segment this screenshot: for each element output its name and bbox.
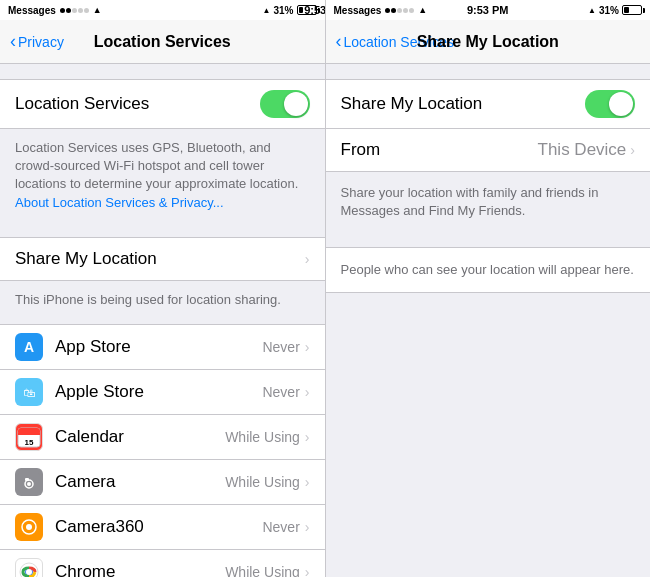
app-row-chevron-icon: ›	[305, 429, 310, 445]
people-text: People who can see your location will ap…	[341, 262, 634, 277]
app-row[interactable]: AApp StoreNever›	[0, 325, 325, 370]
app-name: Camera	[55, 472, 225, 492]
right-signal-dot-3	[397, 8, 402, 13]
share-description: Share your location with family and frie…	[326, 172, 651, 232]
right-wifi-icon: ▲	[418, 5, 427, 15]
left-battery-pct: 31%	[273, 5, 293, 16]
right-signal-dot-1	[385, 8, 390, 13]
signal-dot-3	[72, 8, 77, 13]
share-my-location-right: ›	[305, 251, 310, 267]
iphone-note: This iPhone is being used for location s…	[0, 281, 325, 309]
app-row-chevron-icon: ›	[305, 384, 310, 400]
right-status-bar: Messages ▲ 9:53 PM ▲ 31%	[325, 0, 651, 20]
app-row-chevron-icon: ›	[305, 339, 310, 355]
signal-dot-5	[84, 8, 89, 13]
svg-point-17	[26, 569, 32, 575]
share-label: Share My Location	[341, 94, 483, 114]
iphone-note-text: This iPhone is being used for location s…	[15, 292, 281, 307]
left-nav-back[interactable]: ‹ Privacy	[10, 31, 64, 52]
right-back-chevron-icon: ‹	[336, 31, 342, 52]
right-panel: ‹ Location Services Share My Location Sh…	[326, 20, 651, 577]
svg-point-11	[27, 482, 31, 486]
app-row[interactable]: CameraWhile Using›	[0, 460, 325, 505]
app-icon-camera	[15, 468, 43, 496]
left-wifi-icon: ▲	[93, 5, 102, 15]
right-carrier: Messages	[334, 5, 382, 16]
left-signal	[60, 8, 89, 13]
app-status: While Using	[225, 429, 300, 445]
location-services-label: Location Services	[15, 94, 149, 114]
app-icon-calendar: 15	[15, 423, 43, 451]
right-battery	[622, 5, 642, 15]
left-battery-fill	[299, 7, 304, 13]
app-icon-appstore: A	[15, 333, 43, 361]
app-icon-chrome	[15, 558, 43, 577]
left-back-chevron-icon: ‹	[10, 31, 16, 52]
right-nav-title: Share My Location	[417, 33, 559, 51]
left-carrier: Messages	[8, 5, 56, 16]
svg-point-14	[26, 524, 32, 530]
location-description: Location Services uses GPS, Bluetooth, a…	[0, 129, 325, 222]
left-battery	[297, 5, 317, 15]
share-toggle-row: Share My Location	[326, 79, 651, 129]
from-value-text: This Device	[538, 140, 627, 160]
app-icon-camera360	[15, 513, 43, 541]
svg-text:15: 15	[25, 438, 34, 447]
right-signal-dot-4	[403, 8, 408, 13]
toggle-knob	[284, 92, 308, 116]
description-text: Location Services uses GPS, Bluetooth, a…	[15, 140, 298, 191]
description-link[interactable]: About Location Services & Privacy...	[15, 195, 224, 210]
app-row[interactable]: Camera360Never›	[0, 505, 325, 550]
location-services-toggle[interactable]	[260, 90, 310, 118]
left-status-bar: Messages ▲ 9:53 PM ▲ 31%	[0, 0, 325, 20]
svg-rect-10	[25, 478, 29, 481]
from-row[interactable]: From This Device ›	[326, 129, 651, 172]
left-location-icon: ▲	[263, 6, 271, 15]
app-status: Never	[262, 339, 299, 355]
right-status-left: Messages ▲	[334, 5, 428, 16]
app-row-chevron-icon: ›	[305, 564, 310, 577]
app-icon-applestore: 🛍	[15, 378, 43, 406]
from-chevron-icon: ›	[630, 142, 635, 158]
share-my-location-label: Share My Location	[15, 249, 157, 269]
svg-rect-6	[18, 433, 40, 435]
app-status: While Using	[225, 474, 300, 490]
left-nav-bar: ‹ Privacy Location Services	[0, 20, 325, 64]
app-row[interactable]: 15CalendarWhile Using›	[0, 415, 325, 460]
app-name: Chrome	[55, 562, 225, 577]
share-toggle[interactable]	[585, 90, 635, 118]
share-toggle-knob	[609, 92, 633, 116]
left-status-right: ▲ 31%	[263, 5, 317, 16]
app-name: Apple Store	[55, 382, 262, 402]
right-nav-bar: ‹ Location Services Share My Location	[326, 20, 651, 64]
svg-text:A: A	[24, 339, 34, 355]
right-signal	[385, 8, 414, 13]
app-row-chevron-icon: ›	[305, 519, 310, 535]
right-signal-dot-5	[409, 8, 414, 13]
left-nav-title: Location Services	[94, 33, 231, 51]
svg-text:🛍: 🛍	[23, 386, 35, 400]
left-back-label: Privacy	[18, 34, 64, 50]
share-my-location-chevron-icon: ›	[305, 251, 310, 267]
left-status-left: Messages ▲	[8, 5, 102, 16]
signal-dot-4	[78, 8, 83, 13]
signal-dot-1	[60, 8, 65, 13]
right-time: 9:53 PM	[467, 4, 509, 16]
right-status-right: ▲ 31%	[588, 5, 642, 16]
location-services-toggle-row: Location Services	[0, 79, 325, 129]
app-row[interactable]: ChromeWhile Using›	[0, 550, 325, 577]
signal-dot-2	[66, 8, 71, 13]
app-status: Never	[262, 519, 299, 535]
from-label: From	[341, 140, 381, 160]
right-signal-dot-2	[391, 8, 396, 13]
app-name: Calendar	[55, 427, 225, 447]
app-row[interactable]: 🛍Apple StoreNever›	[0, 370, 325, 415]
left-panel: ‹ Privacy Location Services Location Ser…	[0, 20, 326, 577]
share-my-location-row[interactable]: Share My Location ›	[0, 237, 325, 281]
share-description-text: Share your location with family and frie…	[341, 185, 599, 218]
app-name: App Store	[55, 337, 262, 357]
app-status: While Using	[225, 564, 300, 577]
from-value-container: This Device ›	[538, 140, 635, 160]
app-name: Camera360	[55, 517, 262, 537]
right-location-icon: ▲	[588, 6, 596, 15]
